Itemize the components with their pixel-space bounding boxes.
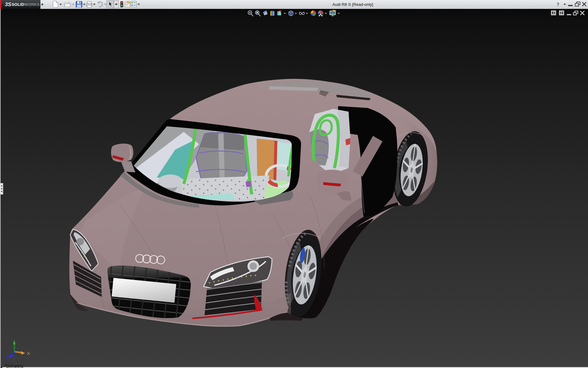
svg-text:?: ? bbox=[557, 2, 559, 7]
